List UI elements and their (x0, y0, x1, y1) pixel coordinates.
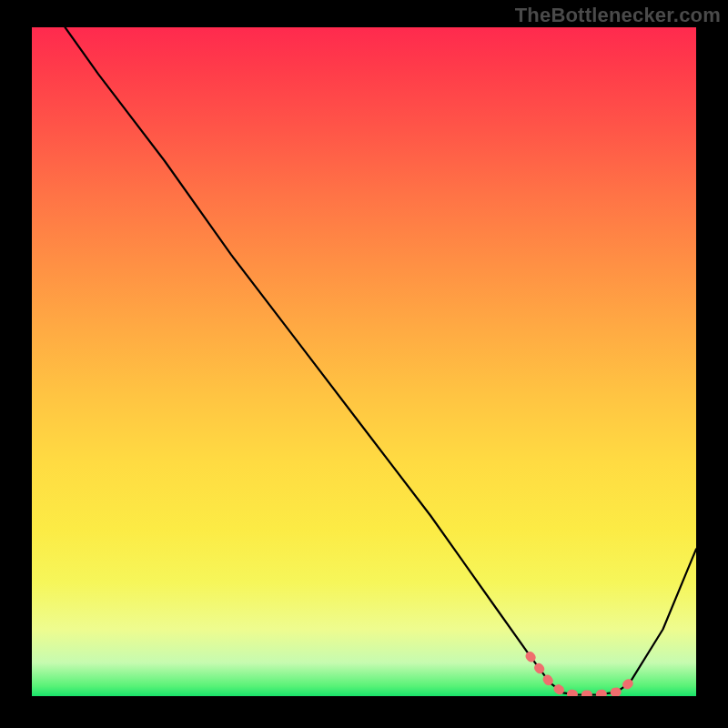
plot-area (32, 27, 696, 696)
watermark-text: TheBottlenecker.com (515, 4, 721, 27)
bottleneck-curve-line (66, 27, 697, 695)
chart-svg (32, 27, 696, 696)
chart-frame: TheBottlenecker.com (0, 0, 728, 728)
